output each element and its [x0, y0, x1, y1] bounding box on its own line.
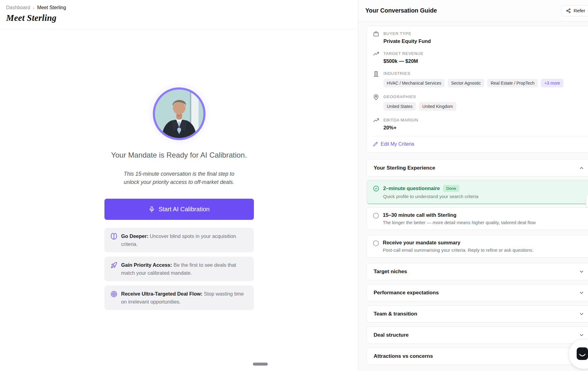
main-header: Dashboard › Meet Sterling Meet Sterling [0, 0, 358, 29]
ready-subtext-line1: This 15-minute conversation is the final… [124, 170, 234, 178]
criteria-label: TARGET REVENUE [383, 51, 424, 56]
feature-go-deeper: Go Deeper: Uncover blind spots in your a… [104, 228, 254, 252]
share-icon [566, 8, 571, 13]
step-description: Quick profile to understand your search … [383, 194, 478, 199]
feature-label: Go Deeper: [121, 233, 149, 239]
criteria-card: BUYER TYPE Private Equity Fund TARGET RE… [367, 26, 588, 153]
feature-text: Go Deeper: Uncover blind spots in your a… [121, 232, 248, 248]
criteria-label: INDUSTRIES [383, 71, 564, 76]
section-title: Target niches [374, 269, 407, 275]
geography-chips: United States United Kingdom [383, 102, 456, 111]
section-performance-expectations[interactable]: Performance expectations [367, 284, 588, 301]
sterling-experience-title: Your Sterling Experience [374, 165, 435, 171]
check-circle-icon [373, 186, 379, 192]
feature-text: Receive Ultra-Targeted Deal Flow: Stop w… [121, 290, 248, 306]
breadcrumb-dashboard-link[interactable]: Dashboard [6, 5, 30, 10]
rocket-icon [111, 262, 117, 269]
section-target-niches[interactable]: Target niches [367, 263, 588, 280]
briefcase-icon [373, 31, 379, 37]
criteria-row-buyer-type: BUYER TYPE Private Equity Fund [373, 31, 588, 44]
section-title: Performance expectations [374, 290, 439, 296]
advisor-portrait [155, 90, 203, 138]
industry-chip: Real Estate / PropTech [487, 79, 538, 87]
refer-label: Refer [574, 8, 585, 13]
chevron-down-icon [579, 311, 584, 317]
section-title: Team & transition [374, 311, 417, 317]
feature-priority-access: Gain Priority Access: Be the first to se… [104, 257, 254, 281]
criteria-value: $500k — $20M [383, 58, 424, 64]
chevron-down-icon [579, 332, 584, 338]
step-description: The longer the better — more detail mean… [383, 220, 536, 225]
industry-chip: Sector Agnostic [448, 79, 484, 87]
sidebar-title: Your Conversation Guide [365, 7, 437, 14]
sidebar-header: Your Conversation Guide Refer [358, 0, 588, 21]
breadcrumb-current: Meet Sterling [37, 5, 66, 10]
step-title: 15–30 minute call with Sterling [383, 212, 456, 218]
criteria-label: EBITDA MARGIN [383, 117, 418, 123]
feature-label: Gain Priority Access: [121, 262, 172, 268]
section-title: Attractions vs concerns [374, 353, 433, 359]
pencil-icon [373, 142, 378, 147]
radio-circle-icon[interactable] [373, 240, 379, 246]
target-icon [111, 291, 117, 297]
avatar [153, 87, 205, 140]
brain-icon [111, 233, 117, 240]
geography-chip: United States [383, 102, 416, 111]
step-title: Receive your mandate summary [383, 240, 460, 246]
chevron-down-icon [579, 290, 584, 296]
section-title: Deal structure [374, 332, 409, 338]
app-root: Dashboard › Meet Sterling Meet Sterling [0, 0, 588, 371]
edit-my-criteria-link[interactable]: Edit My Criteria [373, 141, 588, 147]
criteria-divider [373, 136, 588, 136]
more-industries-chip[interactable]: +3 more [541, 79, 564, 87]
map-pin-icon [373, 94, 379, 100]
refer-button[interactable]: Refer [561, 5, 588, 16]
radio-circle-icon[interactable] [373, 213, 379, 219]
ready-heading: Your Mandate is Ready for AI Calibration… [111, 151, 247, 159]
building-icon [373, 71, 379, 77]
feature-targeted-deal-flow: Receive Ultra-Targeted Deal Flow: Stop w… [104, 285, 254, 310]
industry-chip: HVAC / Mechanical Services [383, 79, 445, 87]
chat-launcher-button[interactable] [577, 347, 588, 360]
criteria-label: GEOGRAPHIES [383, 94, 456, 99]
step-questionnaire: 2–minute questionnaire Done Quick profil… [367, 180, 588, 204]
page-title: Meet Sterling [6, 13, 358, 23]
criteria-row-target-revenue: TARGET REVENUE $500k — $20M [373, 51, 588, 64]
microphone-icon [149, 206, 155, 212]
section-deal-structure[interactable]: Deal structure [367, 327, 588, 344]
feature-label: Receive Ultra-Targeted Deal Flow: [121, 291, 203, 296]
section-team-transition[interactable]: Team & transition [367, 305, 588, 323]
criteria-value: 20%+ [383, 125, 418, 131]
criteria-label: BUYER TYPE [383, 31, 431, 36]
start-ai-calibration-button[interactable]: Start AI Calibration [104, 199, 254, 220]
ready-subtext: This 15-minute conversation is the final… [124, 170, 234, 186]
step-description: Post-call email summarising your criteri… [383, 247, 533, 253]
trending-up-icon [373, 51, 379, 57]
trending-up-icon [373, 117, 379, 124]
section-attractions-vs-concerns[interactable]: Attractions vs concerns [367, 348, 588, 365]
sterling-experience-header[interactable]: Your Sterling Experience [367, 159, 588, 177]
criteria-row-industries: INDUSTRIES HVAC / Mechanical Services Se… [373, 71, 588, 87]
step-title: 2–minute questionnaire [383, 186, 440, 191]
chevron-down-icon [579, 269, 584, 274]
chevron-up-icon [579, 165, 584, 171]
breadcrumb: Dashboard › Meet Sterling [6, 5, 358, 10]
criteria-row-geographies: GEOGRAPHIES United States United Kingdom [373, 94, 588, 111]
calibration-hero: Your Mandate is Ready for AI Calibration… [0, 29, 358, 310]
industry-chips: HVAC / Mechanical Services Sector Agnost… [383, 79, 564, 87]
done-badge: Done [443, 185, 459, 192]
feature-list: Go Deeper: Uncover blind spots in your a… [104, 228, 254, 310]
cta-label: Start AI Calibration [159, 206, 210, 213]
step-call-with-sterling: 15–30 minute call with Sterling The long… [367, 207, 588, 230]
geography-chip: United Kingdom [419, 102, 456, 111]
main-panel: Dashboard › Meet Sterling Meet Sterling [0, 0, 358, 371]
chat-smile-icon [579, 354, 586, 358]
step-mandate-summary: Receive your mandate summary Post-call e… [367, 235, 588, 258]
edit-link-label: Edit My Criteria [381, 141, 414, 147]
edge-floating-widget[interactable] [586, 194, 588, 208]
conversation-guide-panel: Your Conversation Guide Refer BUYER TYPE… [358, 0, 588, 371]
horizontal-scrollbar-thumb[interactable] [253, 362, 268, 366]
feature-text: Gain Priority Access: Be the first to se… [121, 261, 248, 277]
criteria-value: Private Equity Fund [383, 38, 431, 44]
criteria-row-ebitda-margin: EBITDA MARGIN 20%+ [373, 117, 588, 131]
